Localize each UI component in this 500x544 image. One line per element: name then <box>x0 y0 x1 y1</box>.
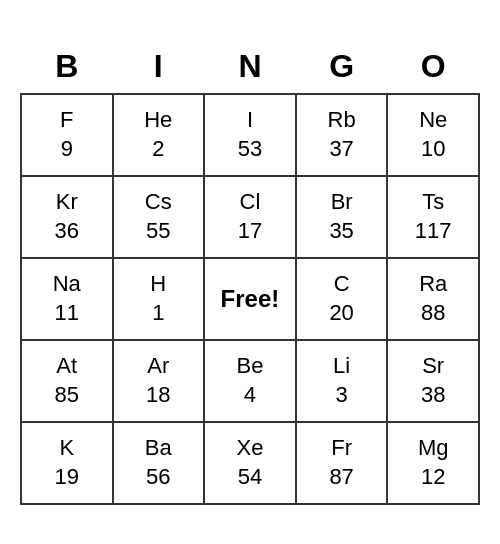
bingo-cell-1-3: Br35 <box>296 176 388 258</box>
cell-number: 2 <box>152 135 164 164</box>
bingo-cell-4-2: Xe54 <box>204 422 296 504</box>
cell-symbol: Cl <box>240 188 261 217</box>
bingo-cell-4-0: K19 <box>21 422 113 504</box>
cell-symbol: At <box>56 352 77 381</box>
bingo-cell-2-0: Na11 <box>21 258 113 340</box>
bingo-header-n: N <box>204 40 296 94</box>
bingo-cell-3-2: Be4 <box>204 340 296 422</box>
free-space: Free! <box>209 283 291 314</box>
cell-number: 117 <box>415 217 452 246</box>
cell-content-0-3: Rb37 <box>301 106 383 163</box>
bingo-header-o: O <box>387 40 479 94</box>
cell-symbol: C <box>334 270 350 299</box>
cell-number: 85 <box>55 381 79 410</box>
cell-symbol: Rb <box>328 106 356 135</box>
cell-number: 55 <box>146 217 170 246</box>
cell-symbol: H <box>150 270 166 299</box>
cell-number: 1 <box>152 299 164 328</box>
cell-symbol: Ne <box>419 106 447 135</box>
cell-symbol: I <box>247 106 253 135</box>
cell-symbol: Fr <box>331 434 352 463</box>
cell-content-2-3: C20 <box>301 270 383 327</box>
cell-number: 56 <box>146 463 170 492</box>
cell-content-3-1: Ar18 <box>118 352 200 409</box>
bingo-cell-1-0: Kr36 <box>21 176 113 258</box>
bingo-row-0: F9He2I53Rb37Ne10 <box>21 94 479 176</box>
cell-content-3-3: Li3 <box>301 352 383 409</box>
cell-content-3-2: Be4 <box>209 352 291 409</box>
bingo-cell-2-2: Free! <box>204 258 296 340</box>
cell-symbol: Sr <box>422 352 444 381</box>
bingo-cell-3-3: Li3 <box>296 340 388 422</box>
cell-content-4-2: Xe54 <box>209 434 291 491</box>
bingo-cell-2-3: C20 <box>296 258 388 340</box>
cell-content-0-2: I53 <box>209 106 291 163</box>
cell-number: 3 <box>336 381 348 410</box>
cell-symbol: Br <box>331 188 353 217</box>
cell-symbol: Ts <box>422 188 444 217</box>
cell-content-1-3: Br35 <box>301 188 383 245</box>
cell-number: 88 <box>421 299 445 328</box>
cell-symbol: Xe <box>237 434 264 463</box>
cell-content-0-0: F9 <box>26 106 108 163</box>
cell-content-2-4: Ra88 <box>392 270 474 327</box>
cell-symbol: Ar <box>147 352 169 381</box>
cell-content-1-2: Cl17 <box>209 188 291 245</box>
cell-symbol: He <box>144 106 172 135</box>
cell-content-0-4: Ne10 <box>392 106 474 163</box>
bingo-cell-1-1: Cs55 <box>113 176 205 258</box>
cell-content-1-0: Kr36 <box>26 188 108 245</box>
bingo-header-b: B <box>21 40 113 94</box>
bingo-cell-0-3: Rb37 <box>296 94 388 176</box>
bingo-cell-0-0: F9 <box>21 94 113 176</box>
bingo-row-3: At85Ar18Be4Li3Sr38 <box>21 340 479 422</box>
cell-content-2-1: H1 <box>118 270 200 327</box>
cell-number: 36 <box>55 217 79 246</box>
cell-number: 17 <box>238 217 262 246</box>
bingo-cell-0-2: I53 <box>204 94 296 176</box>
cell-number: 11 <box>55 299 79 328</box>
cell-number: 53 <box>238 135 262 164</box>
cell-number: 87 <box>329 463 353 492</box>
cell-symbol: Ra <box>419 270 447 299</box>
cell-number: 12 <box>421 463 445 492</box>
cell-content-3-4: Sr38 <box>392 352 474 409</box>
cell-symbol: Mg <box>418 434 449 463</box>
bingo-cell-3-4: Sr38 <box>387 340 479 422</box>
bingo-cell-3-1: Ar18 <box>113 340 205 422</box>
cell-content-1-1: Cs55 <box>118 188 200 245</box>
bingo-row-4: K19Ba56Xe54Fr87Mg12 <box>21 422 479 504</box>
cell-symbol: F <box>60 106 73 135</box>
cell-symbol: K <box>59 434 74 463</box>
bingo-cell-1-4: Ts117 <box>387 176 479 258</box>
cell-number: 9 <box>61 135 73 164</box>
cell-number: 10 <box>421 135 445 164</box>
cell-content-4-1: Ba56 <box>118 434 200 491</box>
cell-number: 37 <box>329 135 353 164</box>
bingo-cell-0-1: He2 <box>113 94 205 176</box>
bingo-cell-2-1: H1 <box>113 258 205 340</box>
bingo-cell-4-3: Fr87 <box>296 422 388 504</box>
bingo-row-1: Kr36Cs55Cl17Br35Ts117 <box>21 176 479 258</box>
bingo-cell-1-2: Cl17 <box>204 176 296 258</box>
cell-symbol: Na <box>53 270 81 299</box>
cell-content-1-4: Ts117 <box>392 188 474 245</box>
bingo-header-i: I <box>113 40 205 94</box>
cell-symbol: Kr <box>56 188 78 217</box>
cell-content-4-3: Fr87 <box>301 434 383 491</box>
cell-content-4-0: K19 <box>26 434 108 491</box>
cell-number: 38 <box>421 381 445 410</box>
cell-number: 18 <box>146 381 170 410</box>
cell-number: 19 <box>55 463 79 492</box>
cell-content-4-4: Mg12 <box>392 434 474 491</box>
bingo-cell-3-0: At85 <box>21 340 113 422</box>
bingo-row-2: Na11H1Free!C20Ra88 <box>21 258 479 340</box>
bingo-cell-4-4: Mg12 <box>387 422 479 504</box>
cell-symbol: Cs <box>145 188 172 217</box>
cell-symbol: Be <box>237 352 264 381</box>
cell-number: 20 <box>329 299 353 328</box>
cell-number: 4 <box>244 381 256 410</box>
cell-symbol: Ba <box>145 434 172 463</box>
cell-content-2-0: Na11 <box>26 270 108 327</box>
bingo-cell-0-4: Ne10 <box>387 94 479 176</box>
